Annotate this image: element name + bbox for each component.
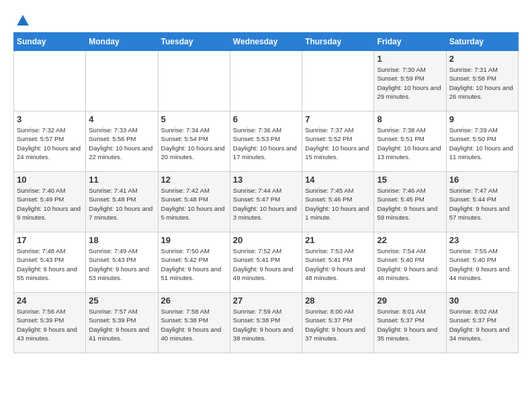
calendar-cell: 2Sunrise: 7:31 AMSunset: 5:58 PMDaylight… bbox=[446, 51, 518, 111]
day-number: 16 bbox=[449, 175, 515, 185]
calendar-cell: 1Sunrise: 7:30 AMSunset: 5:59 PMDaylight… bbox=[374, 51, 446, 111]
calendar-cell bbox=[158, 51, 230, 111]
calendar-cell bbox=[230, 51, 302, 111]
day-number: 20 bbox=[233, 235, 299, 245]
calendar-week-2: 3Sunrise: 7:32 AMSunset: 5:57 PMDaylight… bbox=[14, 111, 519, 172]
day-number: 17 bbox=[17, 235, 83, 245]
calendar-cell: 21Sunrise: 7:53 AMSunset: 5:41 PMDayligh… bbox=[302, 232, 374, 293]
calendar-cell: 29Sunrise: 8:01 AMSunset: 5:37 PMDayligh… bbox=[374, 293, 446, 353]
calendar-cell: 12Sunrise: 7:42 AMSunset: 5:48 PMDayligh… bbox=[158, 172, 230, 232]
day-header-monday: Monday bbox=[86, 33, 158, 51]
day-info: Sunrise: 7:58 AMSunset: 5:38 PMDaylight:… bbox=[161, 307, 227, 342]
day-number: 5 bbox=[161, 114, 227, 124]
page-header bbox=[13, 13, 519, 26]
day-number: 1 bbox=[377, 54, 443, 64]
calendar-cell: 17Sunrise: 7:48 AMSunset: 5:43 PMDayligh… bbox=[14, 232, 86, 293]
day-number: 7 bbox=[305, 114, 371, 124]
day-info: Sunrise: 7:34 AMSunset: 5:54 PMDaylight:… bbox=[161, 126, 227, 161]
day-number: 4 bbox=[89, 114, 154, 124]
day-info: Sunrise: 7:54 AMSunset: 5:40 PMDaylight:… bbox=[377, 246, 443, 282]
calendar-cell: 11Sunrise: 7:41 AMSunset: 5:48 PMDayligh… bbox=[86, 172, 158, 232]
calendar-cell: 30Sunrise: 8:02 AMSunset: 5:37 PMDayligh… bbox=[446, 293, 518, 353]
calendar-cell: 25Sunrise: 7:57 AMSunset: 5:39 PMDayligh… bbox=[86, 293, 158, 353]
calendar-cell: 15Sunrise: 7:46 AMSunset: 5:45 PMDayligh… bbox=[374, 172, 446, 232]
day-number: 29 bbox=[377, 295, 443, 306]
day-info: Sunrise: 7:40 AMSunset: 5:49 PMDaylight:… bbox=[17, 186, 83, 222]
day-number: 14 bbox=[305, 175, 371, 185]
calendar-cell: 14Sunrise: 7:45 AMSunset: 5:46 PMDayligh… bbox=[302, 172, 374, 232]
day-number: 22 bbox=[377, 235, 443, 245]
calendar-cell bbox=[302, 51, 374, 111]
day-number: 9 bbox=[449, 114, 515, 124]
day-number: 30 bbox=[449, 295, 515, 306]
day-number: 24 bbox=[17, 295, 83, 306]
day-number: 12 bbox=[161, 175, 227, 185]
day-info: Sunrise: 7:53 AMSunset: 5:41 PMDaylight:… bbox=[305, 246, 371, 282]
day-number: 15 bbox=[377, 175, 443, 185]
calendar-cell: 6Sunrise: 7:36 AMSunset: 5:53 PMDaylight… bbox=[230, 111, 302, 172]
calendar-cell: 4Sunrise: 7:33 AMSunset: 5:56 PMDaylight… bbox=[86, 111, 158, 172]
calendar-header-row: SundayMondayTuesdayWednesdayThursdayFrid… bbox=[14, 33, 519, 51]
day-info: Sunrise: 7:46 AMSunset: 5:45 PMDaylight:… bbox=[377, 186, 443, 222]
day-info: Sunrise: 7:30 AMSunset: 5:59 PMDaylight:… bbox=[377, 65, 443, 101]
day-number: 6 bbox=[233, 114, 299, 124]
calendar-week-3: 10Sunrise: 7:40 AMSunset: 5:49 PMDayligh… bbox=[14, 172, 519, 232]
day-info: Sunrise: 7:41 AMSunset: 5:48 PMDaylight:… bbox=[89, 186, 154, 222]
calendar-cell: 24Sunrise: 7:56 AMSunset: 5:39 PMDayligh… bbox=[14, 293, 86, 353]
day-number: 11 bbox=[89, 175, 154, 185]
day-number: 8 bbox=[377, 114, 443, 124]
calendar-cell: 10Sunrise: 7:40 AMSunset: 5:49 PMDayligh… bbox=[14, 172, 86, 232]
day-number: 18 bbox=[89, 235, 154, 245]
calendar-cell bbox=[86, 51, 158, 111]
calendar-cell: 3Sunrise: 7:32 AMSunset: 5:57 PMDaylight… bbox=[14, 111, 86, 172]
day-number: 21 bbox=[305, 235, 371, 245]
day-info: Sunrise: 8:00 AMSunset: 5:37 PMDaylight:… bbox=[305, 307, 371, 342]
calendar-cell: 8Sunrise: 7:38 AMSunset: 5:51 PMDaylight… bbox=[374, 111, 446, 172]
calendar-week-4: 17Sunrise: 7:48 AMSunset: 5:43 PMDayligh… bbox=[14, 232, 519, 293]
day-info: Sunrise: 7:50 AMSunset: 5:42 PMDaylight:… bbox=[161, 246, 227, 282]
day-info: Sunrise: 7:56 AMSunset: 5:39 PMDaylight:… bbox=[17, 307, 83, 342]
day-header-wednesday: Wednesday bbox=[230, 33, 302, 51]
day-number: 28 bbox=[305, 295, 371, 306]
day-number: 19 bbox=[161, 235, 227, 245]
day-number: 25 bbox=[89, 295, 154, 306]
calendar-cell: 16Sunrise: 7:47 AMSunset: 5:44 PMDayligh… bbox=[446, 172, 518, 232]
calendar-week-1: 1Sunrise: 7:30 AMSunset: 5:59 PMDaylight… bbox=[14, 51, 519, 111]
calendar-cell: 28Sunrise: 8:00 AMSunset: 5:37 PMDayligh… bbox=[302, 293, 374, 353]
calendar-cell: 7Sunrise: 7:37 AMSunset: 5:52 PMDaylight… bbox=[302, 111, 374, 172]
day-info: Sunrise: 7:48 AMSunset: 5:43 PMDaylight:… bbox=[17, 246, 83, 282]
day-info: Sunrise: 7:55 AMSunset: 5:40 PMDaylight:… bbox=[449, 246, 515, 282]
calendar-cell: 20Sunrise: 7:52 AMSunset: 5:41 PMDayligh… bbox=[230, 232, 302, 293]
day-info: Sunrise: 7:49 AMSunset: 5:43 PMDaylight:… bbox=[89, 246, 154, 282]
day-number: 27 bbox=[233, 295, 299, 306]
day-info: Sunrise: 7:31 AMSunset: 5:58 PMDaylight:… bbox=[449, 65, 515, 101]
day-info: Sunrise: 7:36 AMSunset: 5:53 PMDaylight:… bbox=[233, 126, 299, 161]
day-info: Sunrise: 7:47 AMSunset: 5:44 PMDaylight:… bbox=[449, 186, 515, 222]
calendar-cell bbox=[14, 51, 86, 111]
day-info: Sunrise: 7:37 AMSunset: 5:52 PMDaylight:… bbox=[305, 126, 371, 161]
calendar-table: SundayMondayTuesdayWednesdayThursdayFrid… bbox=[13, 32, 519, 353]
day-info: Sunrise: 8:02 AMSunset: 5:37 PMDaylight:… bbox=[449, 307, 515, 342]
calendar-cell: 27Sunrise: 7:59 AMSunset: 5:38 PMDayligh… bbox=[230, 293, 302, 353]
calendar-cell: 22Sunrise: 7:54 AMSunset: 5:40 PMDayligh… bbox=[374, 232, 446, 293]
logo bbox=[13, 13, 31, 26]
day-info: Sunrise: 7:32 AMSunset: 5:57 PMDaylight:… bbox=[17, 126, 83, 161]
day-number: 23 bbox=[449, 235, 515, 245]
day-number: 3 bbox=[17, 114, 83, 124]
day-number: 26 bbox=[161, 295, 227, 306]
day-header-friday: Friday bbox=[374, 33, 446, 51]
day-info: Sunrise: 8:01 AMSunset: 5:37 PMDaylight:… bbox=[377, 307, 443, 342]
day-info: Sunrise: 7:52 AMSunset: 5:41 PMDaylight:… bbox=[233, 246, 299, 282]
calendar-cell: 26Sunrise: 7:58 AMSunset: 5:38 PMDayligh… bbox=[158, 293, 230, 353]
calendar-cell: 23Sunrise: 7:55 AMSunset: 5:40 PMDayligh… bbox=[446, 232, 518, 293]
day-number: 2 bbox=[449, 54, 515, 64]
day-number: 13 bbox=[233, 175, 299, 185]
calendar-cell: 18Sunrise: 7:49 AMSunset: 5:43 PMDayligh… bbox=[86, 232, 158, 293]
day-header-tuesday: Tuesday bbox=[158, 33, 230, 51]
day-info: Sunrise: 7:39 AMSunset: 5:50 PMDaylight:… bbox=[449, 126, 515, 161]
calendar-week-5: 24Sunrise: 7:56 AMSunset: 5:39 PMDayligh… bbox=[14, 293, 519, 353]
day-number: 10 bbox=[17, 175, 83, 185]
logo-icon bbox=[15, 13, 30, 28]
calendar-cell: 19Sunrise: 7:50 AMSunset: 5:42 PMDayligh… bbox=[158, 232, 230, 293]
day-header-thursday: Thursday bbox=[302, 33, 374, 51]
